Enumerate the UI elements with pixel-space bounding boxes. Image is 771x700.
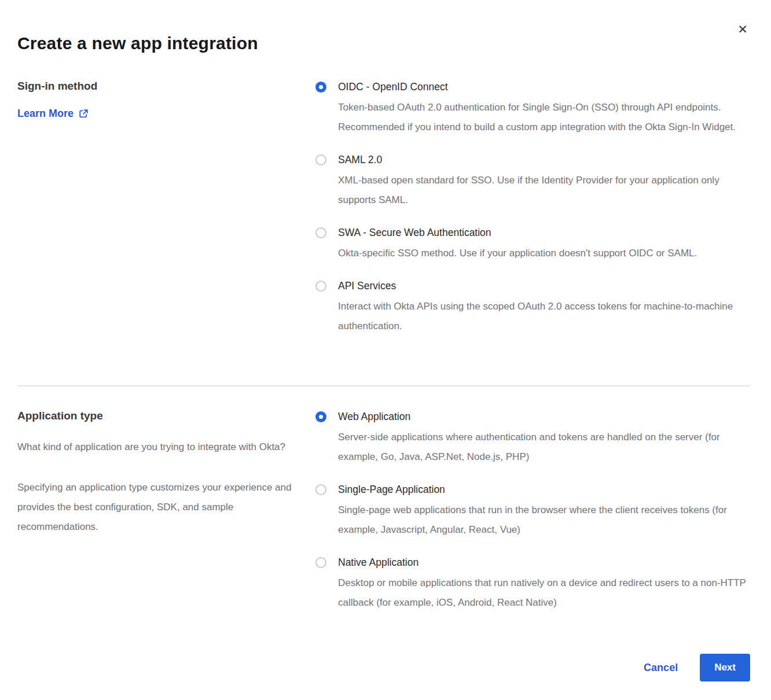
next-button[interactable]: Next [700,654,750,681]
signin-method-section: Sign-in method Learn More OIDC - OpenID … [17,80,750,352]
radio-oidc[interactable] [315,82,326,93]
close-icon: ✕ [737,23,748,36]
radio-swa[interactable] [315,227,326,238]
application-type-paragraph-1: What kind of application are you trying … [17,437,295,457]
application-type-section: Application type What kind of applicatio… [17,410,750,628]
signin-option-oidc: OIDC - OpenID Connect Token-based OAuth … [315,80,750,137]
signin-option-saml-description: XML-based open standard for SSO. Use if … [338,171,750,210]
signin-option-oidc-description: Token-based OAuth 2.0 authentication for… [338,98,750,137]
signin-option-swa: SWA - Secure Web Authentication Okta-spe… [315,226,750,263]
signin-option-api-services: API Services Interact with Okta APIs usi… [315,279,750,336]
signin-option-oidc-label[interactable]: OIDC - OpenID Connect [338,80,750,94]
signin-option-swa-description: Okta-specific SSO method. Use if your ap… [338,244,697,263]
apptype-option-web: Web Application Server-side applications… [315,410,750,467]
create-app-integration-dialog: Create a new app integration Sign-in met… [0,0,771,700]
section-divider [17,385,750,386]
apptype-option-web-label[interactable]: Web Application [338,410,750,423]
cancel-button[interactable]: Cancel [644,662,678,674]
close-button[interactable]: ✕ [734,21,751,38]
apptype-option-native: Native Application Desktop or mobile app… [315,555,750,613]
signin-option-api-services-description: Interact with Okta APIs using the scoped… [338,297,750,336]
signin-method-heading: Sign-in method [17,80,315,93]
signin-option-saml-label[interactable]: SAML 2.0 [338,153,750,167]
apptype-option-spa-description: Single-page web applications that run in… [338,500,750,540]
radio-native-application[interactable] [315,557,326,568]
dialog-title: Create a new app integration [17,34,750,53]
radio-single-page-application[interactable] [315,484,326,495]
radio-saml[interactable] [315,154,326,165]
signin-option-swa-label[interactable]: SWA - Secure Web Authentication [338,226,697,240]
apptype-option-spa-label[interactable]: Single-Page Application [338,482,750,496]
application-type-paragraph-2: Specifying an application type customize… [17,478,295,537]
apptype-option-native-label[interactable]: Native Application [338,555,750,569]
signin-option-saml: SAML 2.0 XML-based open standard for SSO… [315,153,750,210]
signin-option-api-services-label[interactable]: API Services [338,279,750,293]
apptype-option-web-description: Server-side applications where authentic… [338,428,750,467]
radio-web-application[interactable] [315,411,326,422]
learn-more-label: Learn More [17,108,74,120]
radio-api-services[interactable] [315,281,326,292]
application-type-heading: Application type [17,410,315,422]
apptype-option-native-description: Desktop or mobile applications that run … [338,573,750,613]
apptype-option-spa: Single-Page Application Single-page web … [315,482,750,540]
external-link-icon [79,109,89,119]
learn-more-link[interactable]: Learn More [17,108,89,120]
dialog-footer: Cancel Next [17,654,750,700]
